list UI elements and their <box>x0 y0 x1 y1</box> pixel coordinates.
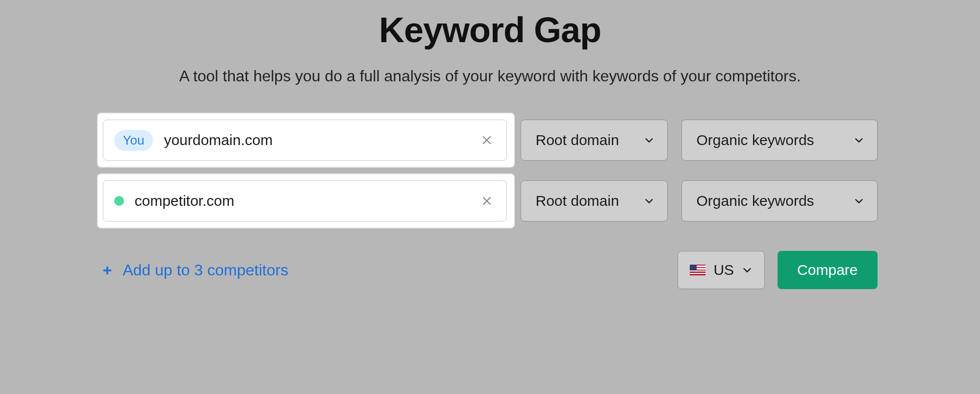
plus-icon: + <box>103 262 112 278</box>
your-domain-type-select[interactable]: Root domain <box>521 120 668 161</box>
competitor-domain-input[interactable] <box>135 193 478 209</box>
competitor-keyword-type-select[interactable]: Organic keywords <box>681 180 878 222</box>
footer-actions: US Compare <box>678 251 877 289</box>
footer-row: + Add up to 3 competitors US Compare <box>103 251 878 289</box>
page-subtitle: A tool that helps you do a full analysis… <box>103 67 878 85</box>
add-competitors-label: Add up to 3 competitors <box>123 261 288 279</box>
domain-row-you: You Root domain Organic keywords <box>103 120 878 161</box>
chevron-down-icon <box>644 196 654 206</box>
country-label: US <box>713 262 734 278</box>
clear-competitor-domain-icon[interactable] <box>478 192 496 210</box>
add-competitors-link[interactable]: + Add up to 3 competitors <box>103 261 289 279</box>
chevron-down-icon <box>644 135 654 146</box>
domain-row-competitor: Root domain Organic keywords <box>103 180 878 222</box>
clear-your-domain-icon[interactable] <box>478 131 496 149</box>
us-flag-icon <box>690 265 705 275</box>
country-select[interactable]: US <box>678 251 765 289</box>
you-badge: You <box>114 130 153 151</box>
competitor-domain-type-label: Root domain <box>536 193 619 209</box>
competitor-domain-type-select[interactable]: Root domain <box>521 180 668 222</box>
your-domain-input[interactable] <box>164 132 477 148</box>
compare-button[interactable]: Compare <box>778 251 877 289</box>
page-title: Keyword Gap <box>103 10 878 50</box>
chevron-down-icon <box>742 265 753 275</box>
domain-rows: You Root domain Organic keywords <box>103 120 878 222</box>
your-keyword-type-select[interactable]: Organic keywords <box>681 120 878 161</box>
your-keyword-type-label: Organic keywords <box>697 132 814 148</box>
competitor-domain-input-wrap[interactable] <box>103 180 507 222</box>
chevron-down-icon <box>854 135 864 146</box>
competitor-color-dot <box>114 196 124 206</box>
your-domain-input-wrap[interactable]: You <box>103 120 507 161</box>
competitor-keyword-type-label: Organic keywords <box>697 193 814 209</box>
chevron-down-icon <box>854 196 864 206</box>
your-domain-type-label: Root domain <box>536 132 619 148</box>
